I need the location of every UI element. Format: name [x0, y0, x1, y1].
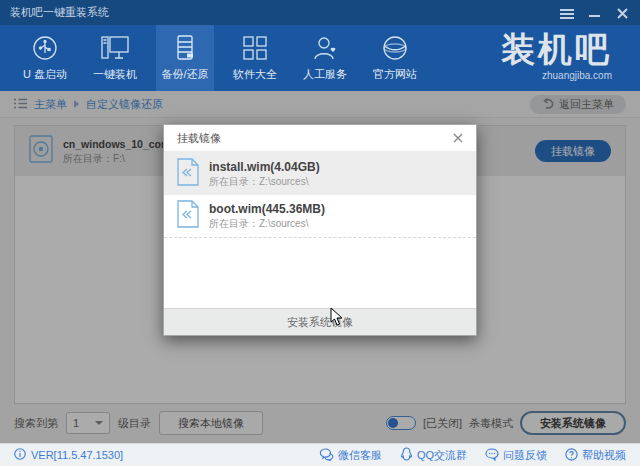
logo-text: 装机吧: [501, 29, 612, 69]
globe-icon: [381, 34, 409, 62]
modal-install-system-image-button[interactable]: 安装系统镜像: [164, 308, 476, 335]
wechat-support-link[interactable]: 微信客服: [319, 448, 382, 463]
wim-file-path: 所在目录：Z:\sources\: [209, 217, 325, 231]
wim-file-name: install.wim(4.04GB): [209, 159, 320, 175]
mount-image-modal: 挂载镜像 install.wim(4.04GB) 所在目录：Z:\sources…: [163, 124, 477, 336]
server-icon: [171, 34, 199, 62]
close-icon[interactable]: [616, 7, 630, 19]
nav-tab-label: 软件大全: [233, 67, 277, 82]
version-label: VER[11.5.47.1530]: [31, 449, 123, 461]
wim-list-item-install[interactable]: install.wim(4.04GB) 所在目录：Z:\sources\: [164, 152, 476, 195]
wim-file-path: 所在目录：Z:\sources\: [209, 175, 320, 189]
person-icon: [311, 34, 339, 62]
nav-tab-label: 官方网站: [373, 67, 417, 82]
help-icon: [565, 448, 578, 463]
footer-link-label: 微信客服: [338, 448, 382, 463]
nav-tab-usb-boot[interactable]: U 盘启动: [16, 25, 74, 91]
app-window: 装机吧一键重装系统 U 盘启动: [0, 0, 640, 466]
nav-tab-one-key-install[interactable]: 一键装机: [86, 25, 144, 91]
footer: VER[11.5.47.1530] 微信客服 QQ交流群: [0, 443, 640, 466]
qq-group-link[interactable]: QQ交流群: [400, 447, 467, 463]
wim-file-icon: [177, 200, 199, 232]
modal-header: 挂载镜像: [164, 125, 476, 152]
version-info: VER[11.5.47.1530]: [14, 448, 123, 462]
nav-tab-label: U 盘启动: [23, 67, 67, 82]
footer-links: 微信客服 QQ交流群 问题反馈: [319, 447, 626, 463]
feedback-link[interactable]: 问题反馈: [485, 448, 547, 463]
footer-link-label: 帮助视频: [582, 448, 626, 463]
nav-tab-label: 备份/还原: [161, 67, 208, 82]
app-logo: 装机吧 zhuangjiba.com: [501, 29, 612, 81]
nav-tab-label: 一键装机: [93, 67, 137, 82]
nav-tab-backup-restore[interactable]: 备份/还原: [156, 25, 214, 91]
wim-list-item-boot[interactable]: boot.wim(445.36MB) 所在目录：Z:\sources\: [164, 195, 476, 238]
qq-icon: [400, 447, 413, 463]
footer-link-label: QQ交流群: [417, 448, 467, 463]
nav-tab-website[interactable]: 官方网站: [366, 25, 424, 91]
footer-link-label: 问题反馈: [503, 448, 547, 463]
wim-file-name: boot.wim(445.36MB): [209, 201, 325, 217]
logo-domain: zhuangjiba.com: [501, 70, 612, 81]
nav-tab-support[interactable]: 人工服务: [296, 25, 354, 91]
usb-icon: [31, 34, 59, 62]
window-title: 装机吧一键重装系统: [10, 5, 109, 20]
desktop-icon: [100, 34, 130, 62]
grid-icon: [241, 34, 269, 62]
nav-tab-software[interactable]: 软件大全: [226, 25, 284, 91]
wim-file-icon: [177, 158, 199, 190]
wechat-icon: [319, 448, 334, 463]
info-icon: [14, 448, 26, 462]
titlebar: 装机吧一键重装系统: [0, 0, 640, 25]
minimize-icon[interactable]: [588, 7, 602, 19]
nav-tab-label: 人工服务: [303, 67, 347, 82]
wim-file-info: boot.wim(445.36MB) 所在目录：Z:\sources\: [209, 201, 325, 231]
modal-close-icon[interactable]: [453, 133, 463, 143]
modal-body-spacer: [164, 238, 476, 308]
window-controls: [560, 7, 630, 19]
help-video-link[interactable]: 帮助视频: [565, 448, 626, 463]
menu-icon[interactable]: [560, 7, 574, 19]
wim-file-info: install.wim(4.04GB) 所在目录：Z:\sources\: [209, 159, 320, 189]
feedback-icon: [485, 448, 499, 463]
navbar: U 盘启动 一键装机 备份/还原: [0, 25, 640, 91]
modal-title: 挂载镜像: [177, 131, 221, 146]
